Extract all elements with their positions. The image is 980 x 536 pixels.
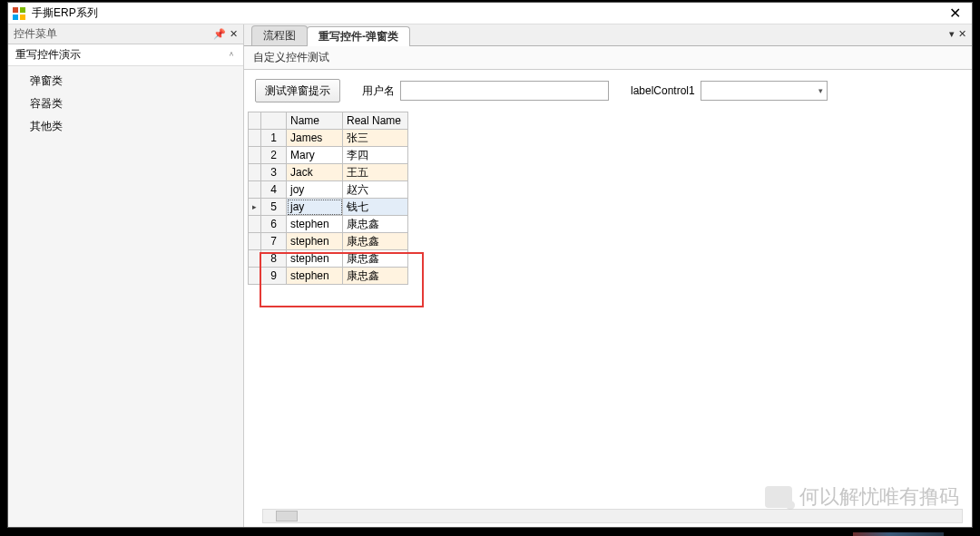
svg-rect-2 [13,15,18,20]
svg-rect-3 [20,15,25,20]
test-popup-button[interactable]: 测试弹窗提示 [255,79,340,102]
tab-close-icon[interactable]: ✕ [958,28,966,40]
tab-dropdown-icon[interactable]: ▾ [949,28,955,40]
sidebar-item-list: 弹窗类 容器类 其他类 [8,66,243,141]
row-indicator [249,130,261,147]
cell-real-name[interactable]: 张三 [343,130,408,147]
row-indicator [249,233,261,250]
label-control-combo[interactable]: ▾ [701,81,828,101]
cell-name[interactable]: jay [287,199,343,216]
row-number: 7 [261,233,287,250]
wechat-icon [765,486,792,508]
username-group: 用户名 [362,81,609,101]
column-header-real-name[interactable]: Real Name [343,112,408,130]
button-label: 测试弹窗提示 [265,83,330,99]
cell-real-name[interactable]: 赵六 [343,181,408,199]
pin-icon[interactable]: 📌 [213,28,226,40]
tab-label: 流程图 [263,28,296,44]
watermark: 何以解忧唯有撸码 [765,483,959,511]
table-row[interactable]: 1James张三 [249,130,408,147]
tab-flowchart[interactable]: 流程图 [251,25,308,45]
cell-real-name[interactable]: 康忠鑫 [343,233,408,250]
svg-rect-1 [20,7,25,13]
sidebar-item-other[interactable]: 其他类 [30,115,243,138]
cell-name[interactable]: stephen [287,233,343,250]
table-row[interactable]: 7stephen康忠鑫 [249,233,408,250]
cell-name[interactable]: joy [287,181,343,199]
chevron-down-icon: ▾ [818,86,823,95]
row-number: 6 [261,216,287,233]
table-row[interactable]: 9stephen康忠鑫 [249,268,408,285]
cell-real-name[interactable]: 康忠鑫 [343,268,408,285]
form-row: 测试弹窗提示 用户名 labelControl1 ▾ [244,70,972,112]
row-indicator [249,181,261,199]
data-grid-wrap: Name Real Name 1James张三2Mary李四3Jack王五4jo… [244,112,972,285]
cell-name[interactable]: stephen [287,216,343,233]
table-row[interactable]: 2Mary李四 [249,147,408,164]
grid-corner [261,112,287,130]
panel-subtitle: 自定义控件测试 [244,46,972,70]
data-grid[interactable]: Name Real Name 1James张三2Mary李四3Jack王五4jo… [248,112,408,285]
sidebar-header-title: 控件菜单 [14,26,213,42]
row-indicator: ▸ [249,199,261,216]
bottom-accent [853,532,944,536]
cell-name[interactable]: stephen [287,250,343,268]
cell-name[interactable]: stephen [287,268,343,285]
row-number: 4 [261,181,287,199]
app-icon [12,6,26,21]
app-window: 手撕ERP系列 ✕ 控件菜单 📌 ✕ 重写控件演示 ＾ 弹窗类 容器类 其他类 [7,2,973,528]
sidebar-section-title: 重写控件演示 [15,47,81,63]
window-title: 手撕ERP系列 [32,5,942,21]
grid-corner [249,112,261,130]
main-panel: 流程图 重写控件-弹窗类 ▾ ✕ 自定义控件测试 测试弹窗提示 用户名 labe… [244,24,972,527]
window-titlebar: 手撕ERP系列 ✕ [8,3,972,24]
row-number: 1 [261,130,287,147]
cell-real-name[interactable]: 康忠鑫 [343,250,408,268]
username-input[interactable] [400,81,609,101]
cell-real-name[interactable]: 钱七 [343,199,408,216]
cell-real-name[interactable]: 李四 [343,147,408,164]
row-number: 9 [261,268,287,285]
window-close-button[interactable]: ✕ [942,5,968,22]
combo-label: labelControl1 [631,84,695,97]
table-row[interactable]: 6stephen康忠鑫 [249,216,408,233]
tab-label: 重写控件-弹窗类 [318,29,398,44]
column-header-name[interactable]: Name [287,112,343,130]
grid-header-row: Name Real Name [249,112,408,130]
svg-rect-0 [13,7,18,13]
combo-group: labelControl1 ▾ [631,81,828,101]
table-row[interactable]: 3Jack王五 [249,164,408,181]
sidebar-close-icon[interactable]: ✕ [230,28,238,40]
chevron-up-icon: ＾ [227,49,236,62]
tab-rewrite-popup[interactable]: 重写控件-弹窗类 [307,26,410,46]
cell-real-name[interactable]: 康忠鑫 [343,216,408,233]
tab-strip: 流程图 重写控件-弹窗类 ▾ ✕ [244,24,972,46]
scrollbar-thumb[interactable] [276,511,298,521]
table-row[interactable]: ▸5jay钱七 [249,199,408,216]
horizontal-scrollbar[interactable] [262,509,963,523]
row-indicator [249,268,261,285]
row-indicator [249,147,261,164]
row-indicator [249,216,261,233]
row-number: 3 [261,164,287,181]
cell-name[interactable]: Jack [287,164,343,181]
table-row[interactable]: 8stephen康忠鑫 [249,250,408,268]
cell-real-name[interactable]: 王五 [343,164,408,181]
row-number: 5 [261,199,287,216]
cell-name[interactable]: James [287,130,343,147]
cell-name[interactable]: Mary [287,147,343,164]
username-label: 用户名 [362,83,395,99]
row-indicator [249,250,261,268]
row-indicator [249,164,261,181]
row-number: 2 [261,147,287,164]
row-number: 8 [261,250,287,268]
sidebar: 控件菜单 📌 ✕ 重写控件演示 ＾ 弹窗类 容器类 其他类 [8,24,244,527]
table-row[interactable]: 4joy赵六 [249,181,408,199]
sidebar-item-container[interactable]: 容器类 [30,93,243,115]
watermark-text: 何以解忧唯有撸码 [799,483,959,511]
sidebar-section[interactable]: 重写控件演示 ＾ [8,44,243,66]
sidebar-item-popup[interactable]: 弹窗类 [30,70,243,93]
content-area: 控件菜单 📌 ✕ 重写控件演示 ＾ 弹窗类 容器类 其他类 流程图 重写控件-弹… [8,24,972,527]
sidebar-header: 控件菜单 📌 ✕ [8,24,243,44]
